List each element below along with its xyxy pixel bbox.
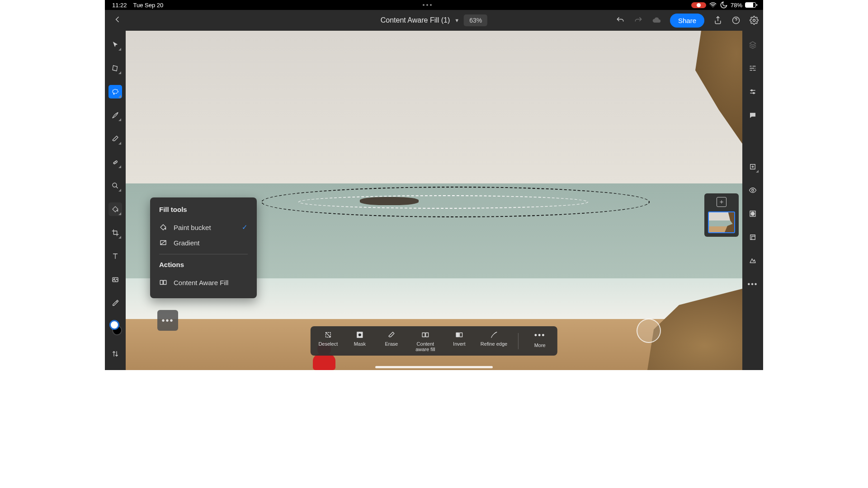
share-button[interactable]: Share [670,14,704,28]
svg-rect-11 [164,281,166,285]
transform-tool[interactable] [108,61,122,75]
swap-colors-tool[interactable] [108,347,122,361]
title-dropdown-icon[interactable]: ▼ [454,18,459,23]
eyedropper-tool[interactable] [108,296,122,310]
fill-tools-heading: Fill tools [159,206,248,213]
lasso-select-tool[interactable] [108,85,122,99]
home-indicator[interactable] [375,366,493,368]
gradient-label: Gradient [174,239,200,247]
layers-minipanel: ＋ [704,193,739,237]
more-panel-button[interactable]: ••• [746,277,760,291]
wifi-icon [709,1,717,9]
color-swatches[interactable] [108,320,122,337]
place-photo-tool[interactable] [108,273,122,286]
svg-rect-16 [426,333,429,337]
undo-button[interactable] [616,16,625,25]
touch-shortcut[interactable] [637,319,661,343]
heal-tool[interactable] [108,155,122,169]
comments-button[interactable] [746,108,760,122]
svg-rect-25 [750,235,755,240]
ipad-app-frame: 11:22 Tue Sep 20 78% Content Aware Fill … [105,0,763,370]
date: Tue Sep 20 [133,2,164,9]
settings-icon[interactable] [750,16,759,25]
add-panel-button[interactable] [746,160,760,174]
svg-point-22 [752,189,754,192]
svg-rect-18 [460,333,462,337]
mask-panel-button[interactable] [746,207,760,221]
multitask-dots[interactable] [423,4,432,6]
caf-label: Content Aware Fill [174,279,228,286]
content-aware-fill-button[interactable]: Content aware fill [413,331,438,352]
check-icon: ✓ [242,223,248,231]
caf-icon [159,278,167,286]
visibility-button[interactable] [746,183,760,197]
tool-options-more[interactable]: ••• [157,310,178,331]
back-button[interactable] [109,11,126,29]
content-aware-fill-action[interactable]: Content Aware Fill [159,275,248,290]
clip-button[interactable] [746,230,760,244]
add-layer-button[interactable]: ＋ [717,197,726,207]
svg-point-5 [115,162,116,162]
smudge-tool[interactable] [108,179,122,192]
eraser-tool[interactable] [108,132,122,145]
svg-rect-3 [113,160,118,164]
svg-rect-17 [456,333,459,337]
brush-tool[interactable] [108,108,122,122]
redo-button[interactable] [634,16,643,25]
svg-point-1 [753,19,755,22]
fill-tools-popup: Fill tools Paint bucket ✓ Gradient Actio… [150,197,257,298]
crop-tool[interactable] [108,226,122,239]
right-toolbar: ••• [742,31,763,370]
layer-properties-button[interactable] [746,61,760,75]
actions-heading: Actions [159,261,248,268]
battery-percent: 78% [731,2,742,9]
selection-action-bar: Deselect Mask Erase Content aware fill I… [311,326,557,356]
do-not-disturb-icon [720,1,728,9]
help-icon[interactable] [731,16,741,25]
erase-button[interactable]: Erase [381,331,402,347]
mask-button[interactable]: Mask [349,331,370,347]
svg-point-14 [358,333,362,337]
refine-edge-button[interactable]: Refine edge [481,331,507,347]
svg-point-2 [113,89,118,94]
svg-point-24 [751,212,755,216]
paint-bucket-icon [159,223,167,231]
layer-thumbnail[interactable] [708,211,735,233]
zoom-level[interactable]: 63% [464,14,487,26]
screen-recording-indicator[interactable] [691,2,706,8]
text-tool[interactable] [108,249,122,263]
more-actions-button[interactable]: ••• More [529,331,550,348]
gradient-icon [159,239,167,247]
canvas[interactable]: Fill tools Paint bucket ✓ Gradient Actio… [126,31,742,370]
gradient-option[interactable]: Gradient [159,235,248,250]
export-icon[interactable] [713,16,722,25]
svg-rect-10 [160,281,163,285]
layers-panel-button[interactable] [746,38,760,52]
paint-bucket-option[interactable]: Paint bucket ✓ [159,220,248,235]
cloud-sync-icon[interactable] [652,16,661,25]
adjustments-button[interactable] [746,85,760,99]
svg-point-4 [114,163,114,163]
invert-button[interactable]: Invert [449,331,470,347]
deselect-button[interactable]: Deselect [318,331,339,347]
left-toolbar [105,31,126,370]
battery-icon [745,2,756,8]
move-tool[interactable] [108,38,122,52]
fill-tool[interactable] [108,202,122,216]
document-title[interactable]: Content Aware Fill (1) [381,16,450,24]
effects-button[interactable] [746,254,760,267]
svg-rect-15 [422,333,425,337]
app-header: Content Aware Fill (1) ▼ 63% Share [105,10,763,31]
status-bar: 11:22 Tue Sep 20 78% [105,0,763,10]
svg-point-8 [114,279,115,280]
clock: 11:22 [112,2,127,9]
paint-bucket-label: Paint bucket [174,224,211,231]
